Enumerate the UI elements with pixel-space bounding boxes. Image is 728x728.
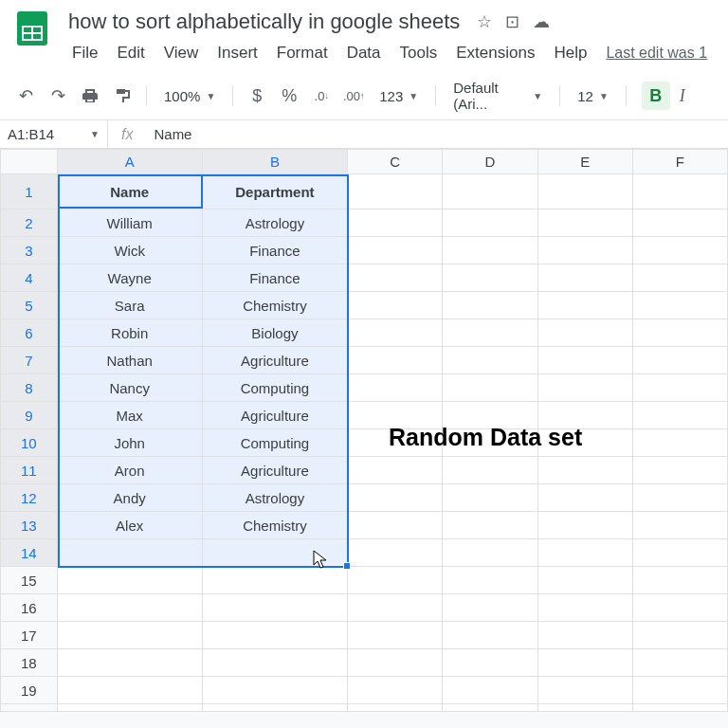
cell-C6[interactable] bbox=[348, 319, 443, 347]
cell-E11[interactable] bbox=[537, 457, 632, 484]
cell-F16[interactable] bbox=[632, 594, 727, 622]
cell-D16[interactable] bbox=[443, 594, 537, 622]
zoom-dropdown[interactable]: 100%▼ bbox=[156, 88, 223, 104]
cell-E3[interactable] bbox=[537, 237, 632, 264]
cell-C19[interactable] bbox=[348, 677, 443, 704]
row-header-13[interactable]: 13 bbox=[1, 512, 58, 539]
cell-B4[interactable]: Finance bbox=[202, 264, 347, 292]
cell-A11[interactable]: Aron bbox=[57, 457, 202, 484]
cell-E5[interactable] bbox=[537, 292, 632, 319]
cell-D3[interactable] bbox=[443, 237, 537, 264]
cell-B7[interactable]: Agriculture bbox=[202, 347, 347, 374]
move-icon[interactable]: ⊡ bbox=[505, 11, 519, 32]
row-header-7[interactable]: 7 bbox=[1, 347, 58, 374]
select-all-corner[interactable] bbox=[1, 150, 58, 174]
cell-E6[interactable] bbox=[537, 319, 632, 347]
row-header-10[interactable]: 10 bbox=[1, 429, 58, 457]
cell-A7[interactable]: Nathan bbox=[57, 347, 202, 374]
cell-D12[interactable] bbox=[443, 484, 537, 512]
cell-A13[interactable]: Alex bbox=[57, 512, 202, 539]
menu-format[interactable]: Format bbox=[269, 40, 336, 66]
cell-F18[interactable] bbox=[632, 649, 727, 677]
formula-input[interactable]: Name bbox=[146, 126, 728, 142]
column-header-D[interactable]: D bbox=[443, 150, 537, 174]
cell-D2[interactable] bbox=[443, 209, 537, 237]
row-header-16[interactable]: 16 bbox=[1, 594, 58, 622]
menu-insert[interactable]: Insert bbox=[209, 40, 265, 66]
row-header-8[interactable]: 8 bbox=[1, 374, 58, 402]
cell-C13[interactable] bbox=[348, 512, 443, 539]
cell-F17[interactable] bbox=[632, 622, 727, 649]
row-header-6[interactable]: 6 bbox=[1, 319, 58, 347]
cell-E2[interactable] bbox=[537, 209, 632, 237]
cell-B6[interactable]: Biology bbox=[202, 319, 347, 347]
cell-F8[interactable] bbox=[632, 374, 727, 402]
cell-C16[interactable] bbox=[348, 594, 443, 622]
cell-B1[interactable]: Department bbox=[202, 174, 347, 209]
row-header-2[interactable]: 2 bbox=[1, 209, 58, 237]
cell-A17[interactable] bbox=[57, 622, 202, 649]
bold-button[interactable]: B bbox=[642, 82, 670, 110]
cell-A8[interactable]: Nancy bbox=[57, 374, 202, 402]
cell-C1[interactable] bbox=[348, 174, 443, 209]
cell-F4[interactable] bbox=[632, 264, 727, 292]
cell-E19[interactable] bbox=[537, 677, 632, 704]
cell-C7[interactable] bbox=[348, 347, 443, 374]
cell-D19[interactable] bbox=[443, 677, 537, 704]
cell-B14[interactable] bbox=[202, 539, 347, 567]
fx-icon[interactable]: fx bbox=[108, 126, 146, 143]
cell-E14[interactable] bbox=[537, 539, 632, 567]
row-header-17[interactable]: 17 bbox=[1, 622, 58, 649]
row-header-5[interactable]: 5 bbox=[1, 292, 58, 319]
cell-B15[interactable] bbox=[202, 567, 347, 594]
cell-C2[interactable] bbox=[348, 209, 443, 237]
cell-E4[interactable] bbox=[537, 264, 632, 292]
cell-F9[interactable] bbox=[632, 402, 727, 429]
cell-C5[interactable] bbox=[348, 292, 443, 319]
sheet-tabs-bar[interactable] bbox=[0, 711, 728, 728]
cell-E8[interactable] bbox=[537, 374, 632, 402]
cell-B3[interactable]: Finance bbox=[202, 237, 347, 264]
cell-B2[interactable]: Astrology bbox=[202, 209, 347, 237]
cell-A15[interactable] bbox=[57, 567, 202, 594]
cell-A18[interactable] bbox=[57, 649, 202, 677]
cell-A14[interactable] bbox=[57, 539, 202, 567]
italic-button[interactable]: I bbox=[674, 86, 691, 106]
cell-F10[interactable] bbox=[632, 429, 727, 457]
cell-E15[interactable] bbox=[537, 567, 632, 594]
row-header-3[interactable]: 3 bbox=[1, 237, 58, 264]
cell-F1[interactable] bbox=[632, 174, 727, 209]
cell-B8[interactable]: Computing bbox=[202, 374, 347, 402]
menu-edit[interactable]: Edit bbox=[109, 40, 152, 66]
cell-B18[interactable] bbox=[202, 649, 347, 677]
cell-F5[interactable] bbox=[632, 292, 727, 319]
cell-B16[interactable] bbox=[202, 594, 347, 622]
print-icon[interactable] bbox=[76, 82, 104, 110]
menu-data[interactable]: Data bbox=[339, 40, 389, 66]
column-header-A[interactable]: A bbox=[57, 150, 202, 174]
cell-E1[interactable] bbox=[537, 174, 632, 209]
cell-F12[interactable] bbox=[632, 484, 727, 512]
sheets-logo-icon[interactable] bbox=[11, 8, 53, 49]
cell-B5[interactable]: Chemistry bbox=[202, 292, 347, 319]
cell-D8[interactable] bbox=[443, 374, 537, 402]
cell-C18[interactable] bbox=[348, 649, 443, 677]
cell-A16[interactable] bbox=[57, 594, 202, 622]
percent-button[interactable]: % bbox=[275, 82, 303, 110]
row-header-12[interactable]: 12 bbox=[1, 484, 58, 512]
cell-C11[interactable] bbox=[348, 457, 443, 484]
cell-C8[interactable] bbox=[348, 374, 443, 402]
cell-A3[interactable]: Wick bbox=[57, 237, 202, 264]
cell-E18[interactable] bbox=[537, 649, 632, 677]
cell-D6[interactable] bbox=[443, 319, 537, 347]
star-icon[interactable]: ☆ bbox=[477, 11, 492, 32]
row-header-11[interactable]: 11 bbox=[1, 457, 58, 484]
cell-D4[interactable] bbox=[443, 264, 537, 292]
cell-E7[interactable] bbox=[537, 347, 632, 374]
cell-A9[interactable]: Max bbox=[57, 402, 202, 429]
row-header-19[interactable]: 19 bbox=[1, 677, 58, 704]
cell-F14[interactable] bbox=[632, 539, 727, 567]
currency-button[interactable]: $ bbox=[243, 82, 271, 110]
cell-C4[interactable] bbox=[348, 264, 443, 292]
cell-F7[interactable] bbox=[632, 347, 727, 374]
